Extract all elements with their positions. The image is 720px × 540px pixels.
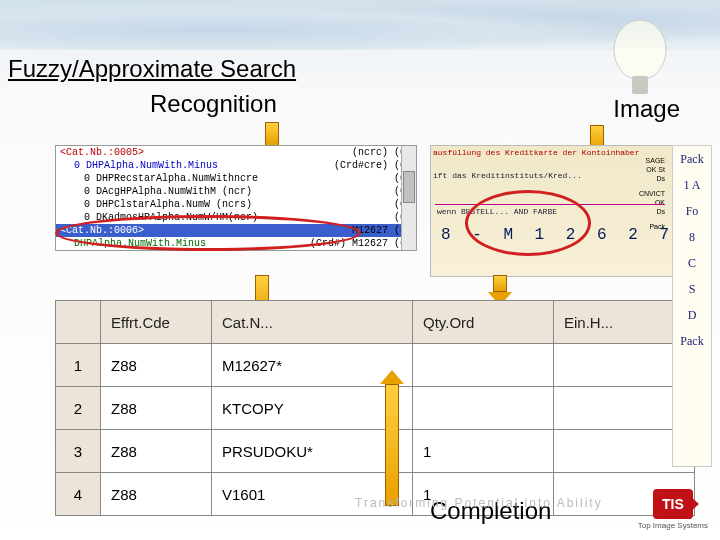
recog-group-header: <Cat.Nb.:0005>(ncrc) (0): [56, 146, 416, 159]
recog-item: 0 DHPAlpha.NumWith.Minus(Crd#cre) (0): [56, 159, 416, 172]
col-qty: Qty.Ord: [413, 301, 554, 344]
handwriting-strip: Pack1 AFo8 CSDPack: [672, 145, 712, 467]
slide-subtitle: Recognition: [150, 90, 277, 118]
recog-item: 0 DHPRecstarAlpha.NumWithncre(0): [56, 172, 416, 185]
scan-side: SAGEOK StDs CNVICTOKDs Pack: [639, 156, 665, 231]
highlight-ellipse-image: [465, 190, 591, 256]
footer-tagline: Transforming Potential into Ability: [355, 496, 603, 510]
recog-item: 0 DHPClstarAlpha.NumW (ncrs)(0): [56, 198, 416, 211]
data-table: Effrt.Cde Cat.N... Qty.Ord Ein.H... 1 Z8…: [55, 300, 695, 516]
col-cat: Cat.N...: [212, 301, 413, 344]
table-row[interactable]: 2 Z88 KTCOPY: [56, 387, 695, 430]
label-image: Image: [613, 95, 680, 123]
table-row[interactable]: 1 Z88 M12627*: [56, 344, 695, 387]
recog-item: 0 DAcgHPAlpha.NumWithM (ncr)(0): [56, 185, 416, 198]
highlight-ellipse-recognition: [55, 215, 361, 251]
slide-title: Fuzzy/Approximate Search: [8, 55, 296, 83]
col-effrt: Effrt.Cde: [101, 301, 212, 344]
svg-point-0: [614, 20, 666, 80]
svg-rect-1: [632, 76, 648, 94]
table-row[interactable]: 3 Z88 PRSUDOKU* 1: [56, 430, 695, 473]
logo-tis: TIS Top Image Systems: [638, 489, 708, 530]
table-header-row: Effrt.Cde Cat.N... Qty.Ord Ein.H...: [56, 301, 695, 344]
scrollbar[interactable]: [401, 146, 416, 250]
arrow-from-completion: [380, 370, 404, 506]
